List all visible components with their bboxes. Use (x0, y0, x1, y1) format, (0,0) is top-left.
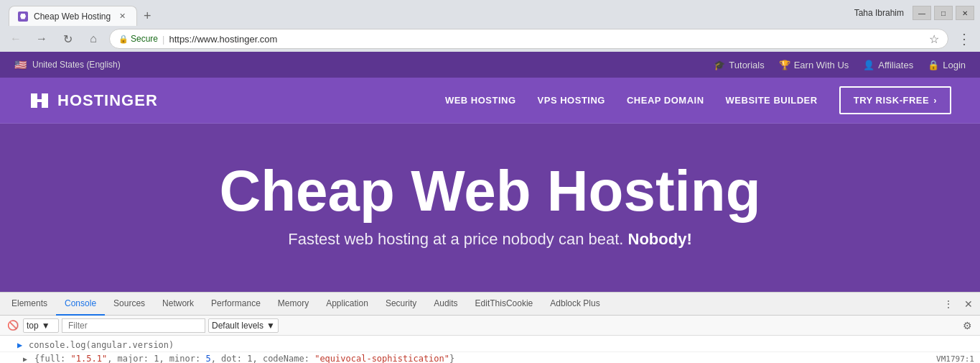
earn-with-us-link[interactable]: 🏆 Earn With Us (779, 60, 849, 70)
nav-links: WEB HOSTING VPS HOSTING CHEAP DOMAIN WEB… (445, 86, 951, 114)
obj-mid2: , dot: 1, codeName: (211, 354, 315, 363)
website-builder-link[interactable]: WEBSITE BUILDER (726, 95, 818, 106)
logo[interactable]: HOSTINGER (29, 90, 158, 111)
login-link[interactable]: 🔒 Login (928, 60, 966, 70)
devtools-right-buttons: ⋮ ✕ (940, 295, 977, 313)
obj-mid: , major: 1, minor: (107, 354, 205, 363)
tutorials-label: Tutorials (729, 60, 764, 70)
top-bar-right: 🎓 Tutorials 🏆 Earn With Us 👤 Affiliates … (714, 60, 966, 70)
reload-button[interactable]: ↻ (57, 29, 78, 49)
context-selector[interactable]: top ▼ (23, 318, 59, 333)
tab-title: Cheap Web Hosting (34, 12, 111, 22)
url-text: https://www.hostinger.com (169, 34, 277, 45)
devtools-tab-sources[interactable]: Sources (105, 293, 154, 316)
console-command-text: console.log(angular.version) (29, 340, 174, 350)
vps-hosting-link[interactable]: VPS HOSTING (538, 95, 605, 106)
back-button[interactable]: ← (6, 29, 26, 49)
devtools-tab-adblockplus[interactable]: Adblock Plus (541, 293, 608, 316)
tab-bar: Cheap Web Hosting ✕ + (6, 0, 160, 26)
context-dropdown-icon: ▼ (42, 321, 50, 331)
title-bar: Cheap Web Hosting ✕ + Taha Ibrahim — □ ✕ (0, 0, 980, 26)
obj-codename: "equivocal-sophistication" (314, 354, 449, 363)
url-bar[interactable]: 🔒 Secure | https://www.hostinger.com ☆ (109, 29, 948, 49)
new-tab-button[interactable]: + (137, 6, 157, 26)
devtools-tab-audits[interactable]: Audits (425, 293, 466, 316)
console-line-command: ▶ console.log(angular.version) (0, 339, 980, 352)
console-output: ▶ console.log(angular.version) ▶ {full: … (0, 336, 980, 363)
context-label: top (27, 321, 39, 331)
secure-badge: 🔒 Secure (118, 34, 158, 44)
try-risk-free-button[interactable]: TRY RISK-FREE › (839, 86, 951, 114)
url-separator: | (162, 34, 164, 45)
devtools-tab-elements[interactable]: Elements (3, 293, 56, 316)
login-label: Login (943, 60, 966, 70)
window-controls: Taha Ibrahim — □ ✕ (854, 6, 974, 20)
tab-close-button[interactable]: ✕ (116, 11, 128, 22)
console-line-object[interactable]: ▶ {full: "1.5.1", major: 1, minor: 5, do… (0, 352, 980, 363)
secure-text: Secure (131, 34, 158, 44)
tutorials-icon: 🎓 (714, 60, 725, 70)
logo-icon (29, 90, 50, 111)
levels-dropdown-icon: ▼ (266, 321, 275, 331)
expand-2[interactable]: ▶ (23, 355, 34, 363)
minimize-button[interactable]: — (913, 6, 931, 20)
obj-prefix: {full: (34, 354, 71, 363)
devtools-tab-performance[interactable]: Performance (202, 293, 269, 316)
bookmark-button[interactable]: ☆ (929, 32, 939, 46)
devtools-close-button[interactable]: ✕ (960, 295, 977, 313)
login-icon: 🔒 (928, 60, 939, 70)
try-btn-label: TRY RISK-FREE (854, 95, 929, 106)
devtools-tabs: Elements Console Sources Network Perform… (0, 293, 980, 316)
hero-title: Cheap Web Hosting (29, 160, 951, 223)
devtools-tab-application[interactable]: Application (317, 293, 377, 316)
devtools-tab-network[interactable]: Network (154, 293, 202, 316)
top-bar-left: 🇺🇸 United States (English) (14, 59, 121, 70)
console-filter-input[interactable] (62, 318, 205, 333)
devtools-toolbar: 🚫 top ▼ Default levels ▼ ⚙ (0, 316, 980, 336)
devtools-tab-security[interactable]: Security (377, 293, 425, 316)
hero-subtitle-text: Fastest web hosting at a price nobody ca… (288, 230, 623, 248)
web-hosting-link[interactable]: WEB HOSTING (445, 95, 516, 106)
devtools-more-button[interactable]: ⋮ (940, 295, 957, 313)
maximize-button[interactable]: □ (934, 6, 953, 20)
earn-icon: 🏆 (779, 60, 790, 70)
affiliates-link[interactable]: 👤 Affiliates (863, 60, 913, 70)
log-levels-selector[interactable]: Default levels ▼ (208, 318, 279, 333)
top-bar: 🇺🇸 United States (English) 🎓 Tutorials 🏆… (0, 52, 980, 78)
logo-text: HOSTINGER (57, 91, 158, 110)
user-name-label: Taha Ibrahim (854, 8, 904, 18)
website-content: 🇺🇸 United States (English) 🎓 Tutorials 🏆… (0, 52, 980, 292)
cheap-domain-link[interactable]: CHEAP DOMAIN (627, 95, 704, 106)
hero-subtitle: Fastest web hosting at a price nobody ca… (29, 230, 951, 249)
nav-bar: HOSTINGER WEB HOSTING VPS HOSTING CHEAP … (0, 78, 980, 124)
try-btn-arrow: › (933, 95, 937, 106)
devtools-tab-console[interactable]: Console (56, 293, 105, 316)
chrome-menu-button[interactable]: ⋮ (954, 29, 974, 49)
tutorials-link[interactable]: 🎓 Tutorials (714, 60, 764, 70)
vm-link[interactable]: VM1797:1 (936, 354, 974, 364)
ban-button[interactable]: 🚫 (6, 318, 20, 333)
devtools-tab-editthiscookie[interactable]: EditThisCookie (467, 293, 542, 316)
affiliates-icon: 👤 (863, 60, 874, 70)
browser-frame: Cheap Web Hosting ✕ + Taha Ibrahim — □ ✕… (0, 0, 980, 363)
affiliates-label: Affiliates (878, 60, 913, 70)
lock-icon: 🔒 (118, 35, 129, 44)
levels-label: Default levels (212, 321, 263, 331)
hero-section: Cheap Web Hosting Fastest web hosting at… (0, 124, 980, 292)
devtools-tab-memory[interactable]: Memory (269, 293, 317, 316)
console-object-text: {full: "1.5.1", major: 1, minor: 5, dot:… (34, 354, 454, 363)
obj-end: } (449, 354, 454, 363)
earn-label: Earn With Us (794, 60, 849, 70)
country-label: United States (English) (32, 60, 121, 70)
console-settings-button[interactable]: ⚙ (960, 318, 974, 333)
window-close-button[interactable]: ✕ (956, 6, 974, 20)
obj-full-value: "1.5.1" (71, 354, 108, 363)
devtools-panel: Elements Console Sources Network Perform… (0, 292, 980, 363)
forward-button[interactable]: → (32, 29, 52, 49)
favicon-inner (20, 14, 26, 19)
hero-subtitle-bold: Nobody! (628, 230, 692, 248)
home-button[interactable]: ⌂ (83, 29, 103, 49)
cmd-icon: ▶ (17, 340, 29, 350)
address-bar: ← → ↻ ⌂ 🔒 Secure | https://www.hostinger… (0, 26, 980, 52)
browser-tab[interactable]: Cheap Web Hosting ✕ (9, 6, 137, 26)
